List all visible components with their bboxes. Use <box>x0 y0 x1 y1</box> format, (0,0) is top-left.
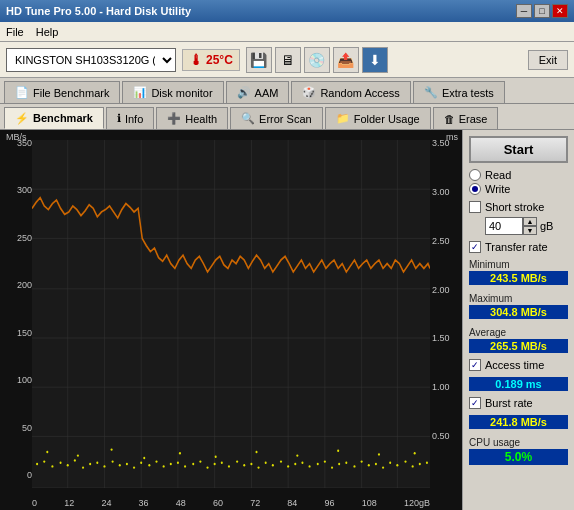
stat-minimum: Minimum 243.5 MB/s <box>469 259 568 285</box>
svg-point-59 <box>338 463 340 465</box>
svg-point-70 <box>419 463 421 465</box>
x-72: 72 <box>250 498 260 508</box>
temperature-display: 🌡 25°C <box>182 49 240 71</box>
svg-point-69 <box>412 465 414 467</box>
chart-svg <box>32 140 430 488</box>
svg-point-46 <box>243 464 245 466</box>
transfer-rate-checkbox: ✓ <box>469 241 481 253</box>
svg-point-67 <box>396 464 398 466</box>
burst-rate-label: Burst rate <box>485 397 533 409</box>
x-48: 48 <box>176 498 186 508</box>
title-bar: HD Tune Pro 5.00 - Hard Disk Utility ─ □… <box>0 0 574 22</box>
svg-point-64 <box>375 463 377 465</box>
temperature-value: 25°C <box>206 53 233 67</box>
tab-label: Erase <box>459 113 488 125</box>
tab-random-access[interactable]: 🎲 Random Access <box>291 81 410 103</box>
radio-write[interactable]: Write <box>469 183 568 195</box>
x-36: 36 <box>139 498 149 508</box>
spinbox-gb: ▲ ▼ gB <box>485 217 568 235</box>
menu-file[interactable]: File <box>6 26 24 38</box>
icon-download[interactable]: ⬇ <box>362 47 388 73</box>
checkbox-short-stroke[interactable]: Short stroke <box>469 201 568 213</box>
icon-eject[interactable]: 📤 <box>333 47 359 73</box>
svg-point-43 <box>221 462 223 464</box>
checkbox-access-time[interactable]: ✓ Access time <box>469 359 568 371</box>
checkbox-burst-rate[interactable]: ✓ Burst rate <box>469 397 568 409</box>
radio-read-circle <box>469 169 481 181</box>
spinbox-input[interactable] <box>485 217 523 235</box>
checkbox-transfer-rate[interactable]: ✓ Transfer rate <box>469 241 568 253</box>
y-left-250: 250 <box>17 233 32 243</box>
svg-point-68 <box>404 460 406 462</box>
svg-point-24 <box>82 466 84 468</box>
svg-point-50 <box>272 464 274 466</box>
info-icon: ℹ <box>117 112 121 125</box>
icon-disk1[interactable]: 💾 <box>246 47 272 73</box>
svg-point-75 <box>143 457 145 459</box>
tab-extra-tests[interactable]: 🔧 Extra tests <box>413 81 505 103</box>
tab-disk-monitor[interactable]: 📊 Disk monitor <box>122 81 223 103</box>
cpu-usage-label: CPU usage <box>469 437 568 448</box>
health-icon: ➕ <box>167 112 181 125</box>
close-button[interactable]: ✕ <box>552 4 568 18</box>
tab-label: Random Access <box>320 87 399 99</box>
tab-error-scan[interactable]: 🔍 Error Scan <box>230 107 323 129</box>
maximum-value: 304.8 MB/s <box>469 305 568 319</box>
svg-point-53 <box>294 463 296 465</box>
svg-point-44 <box>228 465 230 467</box>
tab-label: Disk monitor <box>151 87 212 99</box>
icon-disk2[interactable]: 🖥 <box>275 47 301 73</box>
y-left-350: 350 <box>17 138 32 148</box>
icon-disk3[interactable]: 💿 <box>304 47 330 73</box>
svg-point-74 <box>111 448 113 450</box>
svg-point-29 <box>119 464 121 466</box>
radio-write-label: Write <box>485 183 510 195</box>
menu-help[interactable]: Help <box>36 26 59 38</box>
transfer-rate-label: Transfer rate <box>485 241 548 253</box>
start-button[interactable]: Start <box>469 136 568 163</box>
svg-point-20 <box>51 465 53 467</box>
tab-benchmark[interactable]: ⚡ Benchmark <box>4 107 104 129</box>
tab-health[interactable]: ➕ Health <box>156 107 228 129</box>
svg-point-36 <box>170 463 172 465</box>
svg-point-21 <box>60 462 62 464</box>
x-12: 12 <box>64 498 74 508</box>
tab-bar-1: 📄 File Benchmark 📊 Disk monitor 🔊 AAM 🎲 … <box>0 78 574 104</box>
svg-point-34 <box>155 460 157 462</box>
exit-button[interactable]: Exit <box>528 50 568 70</box>
tab-folder-usage[interactable]: 📁 Folder Usage <box>325 107 431 129</box>
thermometer-icon: 🌡 <box>189 52 203 68</box>
svg-point-31 <box>133 466 135 468</box>
minimize-button[interactable]: ─ <box>516 4 532 18</box>
tab-aam[interactable]: 🔊 AAM <box>226 81 290 103</box>
spinbox-down[interactable]: ▼ <box>523 226 537 235</box>
maximize-button[interactable]: □ <box>534 4 550 18</box>
cpu-usage-value: 5.0% <box>469 449 568 465</box>
error-scan-icon: 🔍 <box>241 112 255 125</box>
y-right-300: 3.00 <box>432 187 450 197</box>
stat-burst-rate: 241.8 MB/s <box>469 415 568 429</box>
tab-label: Health <box>185 113 217 125</box>
stat-maximum: Maximum 304.8 MB/s <box>469 293 568 319</box>
svg-point-48 <box>258 466 260 468</box>
svg-point-81 <box>378 453 380 455</box>
svg-point-79 <box>296 454 298 456</box>
drive-select[interactable]: KINGSTON SH103S3120G (120 gB) <box>6 48 176 72</box>
y-axis-left: 350 300 250 200 150 100 50 0 <box>2 138 32 480</box>
svg-point-54 <box>301 462 303 464</box>
svg-point-25 <box>89 463 91 465</box>
tab-erase[interactable]: 🗑 Erase <box>433 107 499 129</box>
svg-point-26 <box>96 462 98 464</box>
burst-rate-checkbox: ✓ <box>469 397 481 409</box>
tab-label: File Benchmark <box>33 87 109 99</box>
y-left-100: 100 <box>17 375 32 385</box>
y-right-350: 3.50 <box>432 138 450 148</box>
tab-file-benchmark[interactable]: 📄 File Benchmark <box>4 81 120 103</box>
access-time-checkbox: ✓ <box>469 359 481 371</box>
radio-read[interactable]: Read <box>469 169 568 181</box>
svg-point-78 <box>255 451 257 453</box>
svg-point-77 <box>215 456 217 458</box>
spinbox-up[interactable]: ▲ <box>523 217 537 226</box>
y-left-50: 50 <box>22 423 32 433</box>
tab-info[interactable]: ℹ Info <box>106 107 154 129</box>
